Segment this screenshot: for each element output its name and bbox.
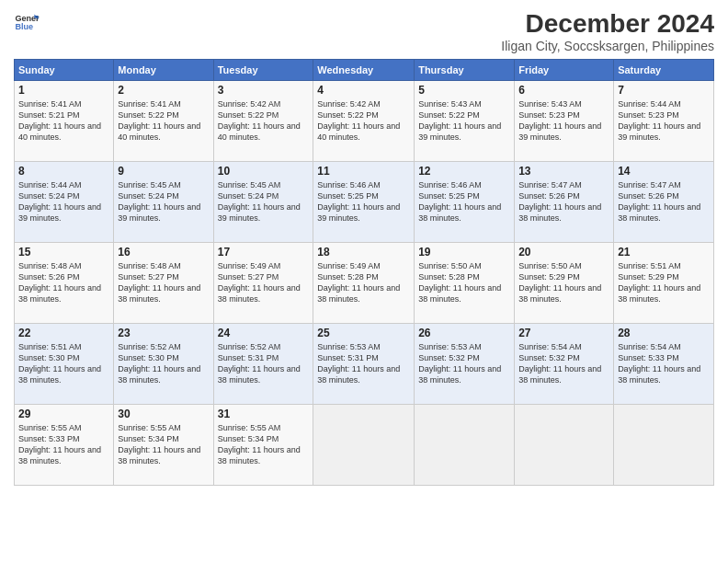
calendar-cell-12: 12Sunrise: 5:46 AMSunset: 5:25 PMDayligh… (415, 162, 515, 243)
calendar-cell-18: 18Sunrise: 5:49 AMSunset: 5:28 PMDayligh… (313, 243, 415, 324)
title-block: December 2024 Iligan City, Soccsksargen,… (501, 9, 714, 53)
header-saturday: Saturday (614, 60, 714, 81)
calendar-table: Sunday Monday Tuesday Wednesday Thursday… (14, 59, 714, 486)
calendar-cell-20: 20Sunrise: 5:50 AMSunset: 5:29 PMDayligh… (515, 243, 614, 324)
calendar-cell-14: 14Sunrise: 5:47 AMSunset: 5:26 PMDayligh… (614, 162, 714, 243)
calendar-cell-29: 29Sunrise: 5:55 AMSunset: 5:33 PMDayligh… (15, 405, 114, 486)
calendar-cell-24: 24Sunrise: 5:52 AMSunset: 5:31 PMDayligh… (213, 324, 313, 405)
calendar-cell-6: 6Sunrise: 5:43 AMSunset: 5:23 PMDaylight… (515, 81, 614, 162)
logo-icon: General Blue (14, 9, 40, 35)
calendar-cell-5: 5Sunrise: 5:43 AMSunset: 5:22 PMDaylight… (415, 81, 515, 162)
calendar-cell-30: 30Sunrise: 5:55 AMSunset: 5:34 PMDayligh… (114, 405, 213, 486)
header-monday: Monday (114, 60, 213, 81)
calendar-header-row: Sunday Monday Tuesday Wednesday Thursday… (15, 60, 714, 81)
calendar-cell-7: 7Sunrise: 5:44 AMSunset: 5:23 PMDaylight… (614, 81, 714, 162)
calendar-cell-2: 2Sunrise: 5:41 AMSunset: 5:22 PMDaylight… (114, 81, 213, 162)
header-thursday: Thursday (415, 60, 515, 81)
calendar-cell-26: 26Sunrise: 5:53 AMSunset: 5:32 PMDayligh… (415, 324, 515, 405)
header-sunday: Sunday (15, 60, 114, 81)
logo: General Blue (14, 9, 40, 35)
main-title: December 2024 (501, 9, 714, 39)
calendar-cell-empty (313, 405, 415, 486)
header-wednesday: Wednesday (313, 60, 415, 81)
subtitle: Iligan City, Soccsksargen, Philippines (501, 39, 714, 53)
header-tuesday: Tuesday (213, 60, 313, 81)
calendar-cell-16: 16Sunrise: 5:48 AMSunset: 5:27 PMDayligh… (114, 243, 213, 324)
calendar-cell-28: 28Sunrise: 5:54 AMSunset: 5:33 PMDayligh… (614, 324, 714, 405)
calendar-cell-25: 25Sunrise: 5:53 AMSunset: 5:31 PMDayligh… (313, 324, 415, 405)
header: General Blue December 2024 Iligan City, … (14, 9, 714, 53)
calendar-cell-empty (415, 405, 515, 486)
calendar-cell-9: 9Sunrise: 5:45 AMSunset: 5:24 PMDaylight… (114, 162, 213, 243)
calendar-cell-21: 21Sunrise: 5:51 AMSunset: 5:29 PMDayligh… (614, 243, 714, 324)
calendar-cell-3: 3Sunrise: 5:42 AMSunset: 5:22 PMDaylight… (213, 81, 313, 162)
calendar-cell-17: 17Sunrise: 5:49 AMSunset: 5:27 PMDayligh… (213, 243, 313, 324)
calendar-cell-31: 31Sunrise: 5:55 AMSunset: 5:34 PMDayligh… (213, 405, 313, 486)
calendar-cell-4: 4Sunrise: 5:42 AMSunset: 5:22 PMDaylight… (313, 81, 415, 162)
calendar-cell-23: 23Sunrise: 5:52 AMSunset: 5:30 PMDayligh… (114, 324, 213, 405)
page: General Blue December 2024 Iligan City, … (0, 0, 728, 563)
calendar-cell-27: 27Sunrise: 5:54 AMSunset: 5:32 PMDayligh… (515, 324, 614, 405)
calendar-cell-11: 11Sunrise: 5:46 AMSunset: 5:25 PMDayligh… (313, 162, 415, 243)
calendar-cell-empty (614, 405, 714, 486)
header-friday: Friday (515, 60, 614, 81)
calendar-cell-22: 22Sunrise: 5:51 AMSunset: 5:30 PMDayligh… (15, 324, 114, 405)
svg-text:Blue: Blue (15, 22, 33, 31)
calendar-cell-1: 1Sunrise: 5:41 AMSunset: 5:21 PMDaylight… (15, 81, 114, 162)
calendar-cell-15: 15Sunrise: 5:48 AMSunset: 5:26 PMDayligh… (15, 243, 114, 324)
calendar-cell-10: 10Sunrise: 5:45 AMSunset: 5:24 PMDayligh… (213, 162, 313, 243)
calendar-cell-19: 19Sunrise: 5:50 AMSunset: 5:28 PMDayligh… (415, 243, 515, 324)
calendar-cell-empty (515, 405, 614, 486)
calendar-cell-8: 8Sunrise: 5:44 AMSunset: 5:24 PMDaylight… (15, 162, 114, 243)
calendar-cell-13: 13Sunrise: 5:47 AMSunset: 5:26 PMDayligh… (515, 162, 614, 243)
